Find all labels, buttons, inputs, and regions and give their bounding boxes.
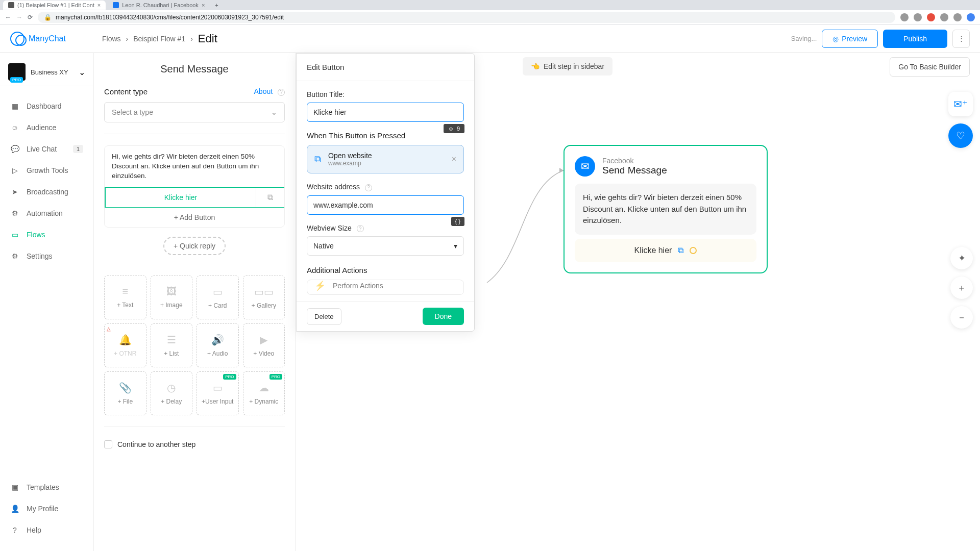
flow-canvas[interactable]: Send Message Content type About ? Select… (94, 53, 980, 551)
close-icon[interactable]: × (202, 2, 205, 8)
help-icon[interactable]: ? (357, 225, 364, 232)
sidebar-item-automation[interactable]: ⚙Automation (0, 203, 93, 224)
sidebar-item-label: Settings (27, 252, 53, 260)
sidebar-item-growth-tools[interactable]: ▷Growth Tools (0, 160, 93, 181)
tile-label: + File (117, 398, 133, 405)
button-title-input[interactable] (307, 103, 464, 122)
input-icon: ▭ (213, 382, 223, 394)
action-card-open-website[interactable]: ⧉ Open website www.examp × (307, 145, 464, 173)
tile-audio[interactable]: 🔊+ Audio (197, 323, 239, 367)
browser-extensions (900, 13, 975, 21)
tile-gallery[interactable]: ▭▭+ Gallery (243, 276, 285, 319)
tile-otnr[interactable]: △🔔+ OTNR (104, 323, 146, 367)
tile-file[interactable]: 📎+ File (104, 371, 146, 415)
flows-icon: ▭ (10, 230, 19, 239)
website-address-input[interactable] (307, 195, 464, 215)
cloud-icon: ☁ (259, 382, 269, 394)
messenger-icon: ✉ (575, 156, 595, 177)
zoom-out-button[interactable]: － (950, 306, 973, 329)
reload-icon[interactable]: ⟳ (28, 14, 33, 21)
breadcrumb-item[interactable]: Beispiel Flow #1 (133, 35, 185, 43)
image-icon: 🖼 (166, 286, 177, 297)
auto-arrange-button[interactable]: ✦ (950, 247, 973, 269)
back-icon[interactable]: ← (5, 14, 11, 21)
gear-icon: ⚙ (10, 252, 19, 261)
close-icon[interactable]: × (97, 2, 101, 8)
preview-button[interactable]: ◎ Preview (822, 30, 878, 48)
audience-icon: ☺ (10, 123, 19, 132)
sidebar-item-live-chat[interactable]: 💬Live Chat1 (0, 138, 93, 160)
add-button[interactable]: + Add Button (105, 208, 284, 227)
add-quick-reply[interactable]: + Quick reply (163, 237, 226, 255)
go-basic-builder-button[interactable]: Go To Basic Builder (890, 57, 970, 77)
edit-step-chip[interactable]: 👈 Edit step in sidebar (523, 57, 612, 76)
warning-icon: △ (107, 326, 111, 332)
menu-button[interactable]: ⋮ (952, 30, 970, 48)
extension-icon[interactable] (940, 13, 948, 21)
emoji-icon[interactable]: ☺ (448, 126, 454, 132)
continue-step-row[interactable]: Continue to another step (104, 440, 285, 448)
tile-user-input[interactable]: PRO▭+User Input (197, 371, 239, 415)
sidebar-item-help[interactable]: ?Help (0, 519, 93, 541)
extension-icon[interactable] (900, 13, 909, 21)
workspace-switcher[interactable]: Business XY ⌄ (0, 58, 93, 86)
tile-image[interactable]: 🖼+ Image (151, 276, 193, 319)
svg-marker-0 (559, 168, 564, 173)
browser-tab-strip: (1) Beispiel Flow #1 | Edit Cont × Leon … (0, 0, 980, 10)
sidebar-item-label: Help (27, 526, 41, 534)
perform-actions-card[interactable]: ⚡ Perform Actions (307, 280, 464, 295)
url-input[interactable]: 🔒 manychat.com/fb181039443240830/cms/fil… (38, 12, 895, 23)
sidebar-item-profile[interactable]: 👤My Profile (0, 498, 93, 519)
insert-variable-button[interactable]: { } (451, 217, 464, 226)
delete-button[interactable]: Delete (307, 308, 341, 325)
tile-list[interactable]: ☰+ List (151, 323, 193, 367)
tab-title: Leon R. Chaudhari | Facebook (122, 2, 199, 8)
tile-dynamic[interactable]: PRO☁+ Dynamic (243, 371, 285, 415)
node-button[interactable]: Klicke hier ⧉ (575, 239, 756, 262)
badge-count: 1 (73, 145, 83, 153)
sidebar-item-flows[interactable]: ▭Flows (0, 224, 93, 245)
done-button[interactable]: Done (423, 308, 464, 325)
heart-button[interactable]: ♡ (948, 123, 973, 148)
avatar-icon[interactable] (967, 13, 975, 21)
about-link[interactable]: About ? (254, 87, 285, 96)
sidebar-item-settings[interactable]: ⚙Settings (0, 245, 93, 267)
sidebar-item-label: Flows (27, 231, 45, 239)
tile-label: +User Input (202, 398, 233, 405)
browser-tab[interactable]: (1) Beispiel Flow #1 | Edit Cont × (3, 1, 106, 10)
brand-block[interactable]: ManyChat (10, 32, 102, 46)
sidebar-item-audience[interactable]: ☺Audience (0, 117, 93, 138)
flow-node[interactable]: ✉ Facebook Send Message Hi, wie gehts di… (564, 145, 768, 273)
node-subtitle: Facebook (602, 157, 667, 165)
status-dot-icon (690, 247, 697, 254)
tile-text[interactable]: ≡+ Text (104, 276, 146, 319)
browser-tab[interactable]: Leon R. Chaudhari | Facebook × (108, 1, 210, 10)
extension-icon[interactable] (927, 13, 935, 21)
node-button-label: Klicke hier (634, 246, 672, 255)
browser-address-bar: ← → ⟳ 🔒 manychat.com/fb181039443240830/c… (0, 10, 980, 24)
close-icon[interactable]: × (452, 155, 456, 164)
message-block[interactable]: Hi, wie gehts dir? Wir bieten derzeit ei… (104, 145, 285, 228)
zoom-in-button[interactable]: ＋ (950, 277, 973, 299)
tile-card[interactable]: ▭+ Card (197, 276, 239, 319)
forward-icon[interactable]: → (16, 14, 22, 21)
broadcast-icon: ➤ (10, 187, 19, 196)
sidebar-item-templates[interactable]: ▣Templates (0, 477, 93, 498)
extension-icon[interactable] (953, 13, 962, 21)
message-text[interactable]: Hi, wie gehts dir? Wir bieten derzeit ei… (105, 146, 284, 187)
sidebar-item-dashboard[interactable]: ▦Dashboard (0, 95, 93, 117)
webview-size-select[interactable]: Native ▾ (307, 236, 464, 256)
message-button[interactable]: Klicke hier ⧉ (105, 187, 284, 208)
breadcrumb-item[interactable]: Flows (102, 35, 121, 43)
add-step-button[interactable]: ✉⁺ (948, 92, 973, 116)
sidebar-item-broadcasting[interactable]: ➤Broadcasting (0, 181, 93, 203)
checkbox[interactable] (104, 440, 112, 448)
new-tab-button[interactable]: + (212, 2, 221, 8)
extension-icon[interactable] (914, 13, 922, 21)
tile-delay[interactable]: ◷+ Delay (151, 371, 193, 415)
help-icon[interactable]: ? (365, 184, 372, 191)
publish-button[interactable]: Publish (883, 30, 947, 48)
tile-video[interactable]: ▶+ Video (243, 323, 285, 367)
content-type-select[interactable]: Select a type ⌄ (104, 102, 285, 122)
lightning-icon: ⚡ (314, 280, 326, 291)
